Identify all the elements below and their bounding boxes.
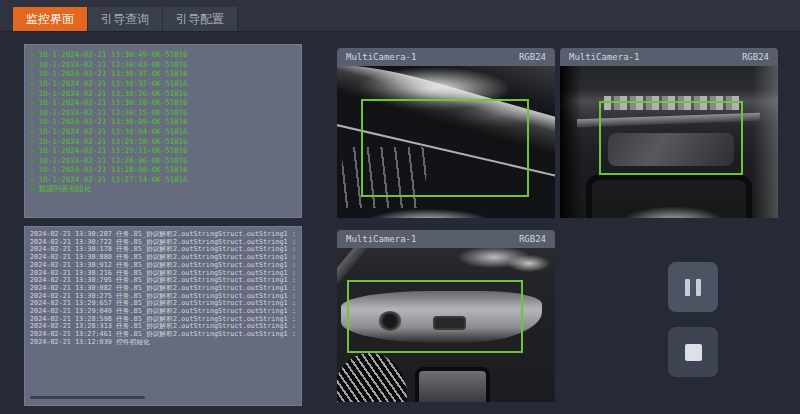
chevron-right-icon[interactable]: ▶ bbox=[31, 148, 35, 154]
log-line: 2024-02-21 13:30:880 任务.85_协议解析2.outStri… bbox=[30, 254, 296, 262]
log-line: 2024-02-21 13:12:039 控件初始化 bbox=[30, 339, 296, 347]
camera-1-image[interactable] bbox=[337, 66, 555, 218]
chevron-right-icon[interactable]: ▶ bbox=[31, 52, 35, 58]
pause-icon bbox=[685, 279, 701, 296]
result-list-item-label: 10-1-2024-02-21 13:29:11-OK-51816 bbox=[39, 146, 188, 155]
chevron-right-icon[interactable]: ▶ bbox=[31, 157, 35, 163]
log-lines: 2024-02-21 13:30:287 任务.85_协议解析2.outStri… bbox=[30, 231, 296, 347]
log-line: 2024-02-21 13:30:275 任务.85_协议解析2.outStri… bbox=[30, 293, 296, 301]
result-list-item-label: 10-1-2024-02-21 13:30:32-OK-51816 bbox=[39, 79, 188, 88]
result-list-item[interactable]: ▶ 10-1-2024-02-21 13:28:00-OK-51816 bbox=[31, 165, 295, 175]
chevron-right-icon[interactable]: ▶ bbox=[31, 71, 35, 77]
tab-monitor[interactable]: 监控界面 bbox=[13, 7, 88, 31]
result-list-item-label: 数据列表初始化 bbox=[39, 184, 92, 194]
result-list-panel[interactable]: ▶ 10-1-2024-02-21 13:30:49-OK-51816 ▶ 10… bbox=[24, 44, 302, 218]
result-list-item[interactable]: ▶ 10-1-2024-02-21 13:29:58-OK-51816 bbox=[31, 136, 295, 146]
rear-window-shape bbox=[415, 367, 489, 402]
camera-panel-1: MultiCamera-1 RGB24 bbox=[337, 48, 555, 218]
camera-2-image[interactable] bbox=[560, 66, 778, 218]
result-list-item[interactable]: ▶ 10-1-2024-02-21 13:30:37-OK-51816 bbox=[31, 69, 295, 79]
horizontal-scrollbar-thumb[interactable] bbox=[30, 396, 145, 399]
camera-1-title: MultiCamera-1 bbox=[346, 52, 416, 62]
result-list-item[interactable]: ▶ 10-1-2024-02-21 13:30:49-OK-51816 bbox=[31, 50, 295, 60]
log-line: 2024-02-21 13:30:216 任务.85_协议解析2.outStri… bbox=[30, 270, 296, 278]
camera-2-header: MultiCamera-1 RGB24 bbox=[560, 48, 778, 66]
camera-1-header: MultiCamera-1 RGB24 bbox=[337, 48, 555, 66]
log-line: 2024-02-21 13:28:313 任务.85_协议解析2.outStri… bbox=[30, 323, 296, 331]
camera-3-header: MultiCamera-1 RGB24 bbox=[337, 230, 555, 248]
camera-panel-2: MultiCamera-1 RGB24 bbox=[560, 48, 778, 218]
result-list-item-label: 10-1-2024-02-21 13:30:26-OK-51816 bbox=[39, 89, 188, 98]
result-list-item[interactable]: ▶ 10-1-2024-02-21 13:28:06-OK-51816 bbox=[31, 156, 295, 166]
chevron-right-icon[interactable]: ▶ bbox=[31, 119, 35, 125]
tab-bar: 监控界面 引导查询 引导配置 bbox=[0, 0, 800, 32]
log-line: 2024-02-21 13:30:912 任务.85_协议解析2.outStri… bbox=[30, 262, 296, 270]
chevron-right-icon[interactable]: ▶ bbox=[31, 100, 35, 106]
log-line: 2024-02-21 13:28:598 任务.85_协议解析2.outStri… bbox=[30, 316, 296, 324]
result-list-item[interactable]: ▶ 10-1-2024-02-21 13:29:11-OK-51816 bbox=[31, 146, 295, 156]
chevron-right-icon[interactable]: ▶ bbox=[31, 167, 35, 173]
result-list-item-label: 10-1-2024-02-21 13:30:43-OK-51816 bbox=[39, 60, 188, 69]
log-line: 2024-02-21 13:30:795 任务.85_协议解析2.outStri… bbox=[30, 277, 296, 285]
camera-2-title: MultiCamera-1 bbox=[569, 52, 639, 62]
result-list-item-label: 10-1-2024-02-21 13:30:04-OK-51816 bbox=[39, 127, 188, 136]
detection-box bbox=[599, 101, 743, 175]
camera-1-format-badge: RGB24 bbox=[519, 52, 546, 62]
log-line: 2024-02-21 13:30:178 任务.85_协议解析2.outStri… bbox=[30, 246, 296, 254]
log-line: 2024-02-21 13:29:049 任务.85_协议解析2.outStri… bbox=[30, 308, 296, 316]
result-list-item-label: 10-1-2024-02-21 13:29:58-OK-51816 bbox=[39, 137, 188, 146]
result-list-item-label: 10-1-2024-02-21 13:28:06-OK-51816 bbox=[39, 156, 188, 165]
result-list-item[interactable]: ▶ 10-1-2024-02-21 13:27:14-OK-51816 bbox=[31, 175, 295, 185]
result-list-item[interactable]: ▶ 10-1-2024-02-21 13:30:20-OK-51816 bbox=[31, 98, 295, 108]
window-frame-shape bbox=[586, 174, 752, 218]
stop-button[interactable] bbox=[668, 327, 718, 377]
camera-3-format-badge: RGB24 bbox=[519, 234, 546, 244]
tab-guide-config[interactable]: 引导配置 bbox=[163, 7, 238, 31]
log-line: 2024-02-21 13:30:082 任务.85_协议解析2.outStri… bbox=[30, 285, 296, 293]
chevron-right-icon[interactable]: ▶ bbox=[31, 109, 35, 115]
pause-button[interactable] bbox=[668, 262, 718, 312]
result-list-item[interactable]: ▶ 10-1-2024-02-21 13:30:04-OK-51816 bbox=[31, 127, 295, 137]
chevron-right-icon[interactable]: ▶ bbox=[31, 177, 35, 183]
result-list-item[interactable]: ▶ 10-1-2024-02-21 13:30:15-OK-51816 bbox=[31, 108, 295, 118]
result-list-item-label: 10-1-2024-02-21 13:30:15-OK-51816 bbox=[39, 108, 188, 117]
chevron-right-icon[interactable]: ▶ bbox=[31, 61, 35, 67]
chevron-right-icon[interactable]: ▶ bbox=[31, 138, 35, 144]
result-list-item-label: 10-1-2024-02-21 13:28:00-OK-51816 bbox=[39, 165, 188, 174]
tab-guide-query[interactable]: 引导查询 bbox=[88, 7, 163, 31]
result-list-item[interactable]: ▶ 10-1-2024-02-21 13:30:32-OK-51816 bbox=[31, 79, 295, 89]
result-list-item[interactable]: ▶ 10-1-2024-02-21 13:30:43-OK-51816 bbox=[31, 60, 295, 70]
log-line: 2024-02-21 13:30:722 任务.85_协议解析2.outStri… bbox=[30, 239, 296, 247]
stop-icon bbox=[685, 344, 702, 361]
result-list-item[interactable]: ▶ 10-1-2024-02-21 13:30:26-OK-51816 bbox=[31, 88, 295, 98]
result-list-item[interactable]: ▶ 数据列表初始化 bbox=[31, 184, 295, 194]
camera-3-title: MultiCamera-1 bbox=[346, 234, 416, 244]
log-line: 2024-02-21 13:29:657 任务.85_协议解析2.outStri… bbox=[30, 300, 296, 308]
result-list-item-label: 10-1-2024-02-21 13:30:37-OK-51816 bbox=[39, 69, 188, 78]
log-line: 2024-02-21 13:27:461 任务.85_协议解析2.outStri… bbox=[30, 331, 296, 339]
chevron-right-icon[interactable]: ▶ bbox=[31, 186, 35, 192]
result-list-item-label: 10-1-2024-02-21 13:30:49-OK-51816 bbox=[39, 50, 188, 59]
result-list-item-label: 10-1-2024-02-21 13:27:14-OK-51816 bbox=[39, 175, 188, 184]
detection-box bbox=[361, 99, 529, 196]
chevron-right-icon[interactable]: ▶ bbox=[31, 129, 35, 135]
camera-2-format-badge: RGB24 bbox=[742, 52, 769, 62]
camera-panel-3: MultiCamera-1 RGB24 bbox=[337, 230, 555, 402]
result-list-item-label: 10-1-2024-02-21 13:30:09-OK-51816 bbox=[39, 117, 188, 126]
log-panel[interactable]: 2024-02-21 13:30:287 任务.85_协议解析2.outStri… bbox=[24, 226, 302, 406]
chevron-right-icon[interactable]: ▶ bbox=[31, 90, 35, 96]
log-line: 2024-02-21 13:30:287 任务.85_协议解析2.outStri… bbox=[30, 231, 296, 239]
result-list-item-label: 10-1-2024-02-21 13:30:20-OK-51816 bbox=[39, 98, 188, 107]
ribbed-hose-shape bbox=[337, 353, 407, 402]
result-list-item[interactable]: ▶ 10-1-2024-02-21 13:30:09-OK-51816 bbox=[31, 117, 295, 127]
camera-3-image[interactable] bbox=[337, 248, 555, 402]
chevron-right-icon[interactable]: ▶ bbox=[31, 81, 35, 87]
detection-box bbox=[347, 280, 524, 352]
